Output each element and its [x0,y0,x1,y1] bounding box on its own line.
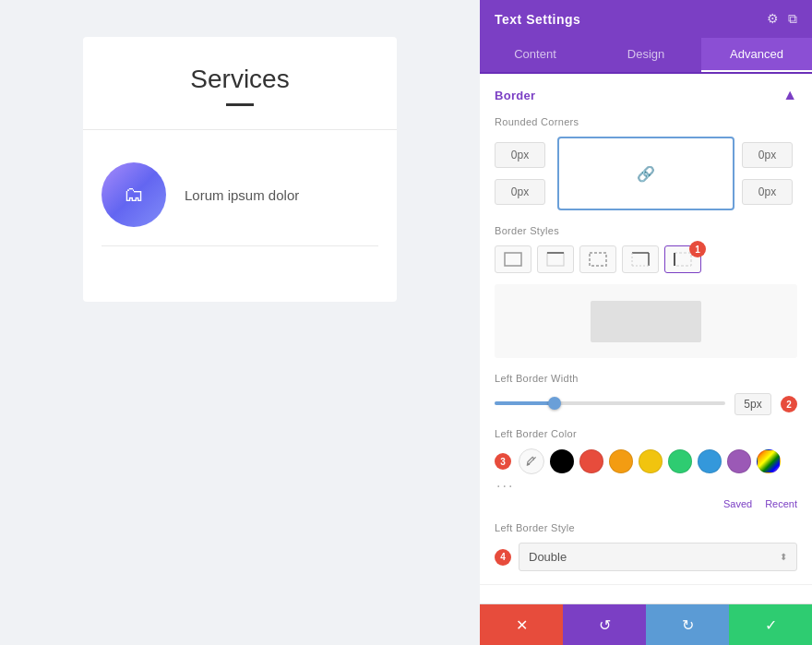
border-style-dashed-btn[interactable] [579,245,616,273]
swatch-rainbow[interactable] [757,449,781,473]
rounded-corners-grid: 🔗 [495,137,797,210]
settings-panel: Text Settings ⚙ ⧉ Content Design Advance… [480,0,812,645]
border-preview-inner [591,301,701,342]
select-row: 4 Double ⬍ [495,543,797,571]
rounded-corners-label: Rounded Corners [495,116,797,127]
panel-tabs: Content Design Advanced [480,38,812,74]
color-row: 3 [495,448,797,474]
swatch-black[interactable] [550,449,574,473]
services-divider [226,103,254,106]
slider-thumb[interactable] [548,397,561,410]
color-footer: Saved Recent [495,498,797,509]
swatch-orange[interactable] [609,449,633,473]
link-icon[interactable]: 🔗 [637,165,655,183]
services-title: Services [102,65,378,94]
swatch-red[interactable] [579,449,603,473]
left-border-style-badge: 4 [495,549,511,566]
section-header: Border ▲ [495,87,797,103]
eyedropper-btn[interactable] [519,448,544,474]
svg-rect-1 [547,253,564,266]
redo-button[interactable]: ↻ [646,604,729,645]
swatch-yellow[interactable] [639,449,663,473]
section-title: Border [495,89,535,102]
border-styles-row: 1 [495,245,797,273]
select-value: Double [529,550,567,564]
undo-button[interactable]: ↺ [563,604,646,645]
corner-top-left-input[interactable] [495,142,545,168]
panel-body: Border ▲ Rounded Corners 🔗 Border Styles [480,74,812,603]
left-border-color-section: Left Border Color 3 ··· [495,428,797,509]
service-item: 🗂 Lorum ipsum dolor [83,144,397,245]
corner-top-right-input[interactable] [742,142,793,168]
border-style-right-top-btn[interactable] [622,245,659,273]
preview-card: Services 🗂 Lorum ipsum dolor [83,37,397,302]
left-border-width-badge: 2 [781,396,797,412]
border-style-badge: 1 [689,241,706,257]
save-button[interactable]: ✓ [729,604,812,645]
border-style-left-btn[interactable]: 1 [664,245,701,273]
tab-advanced[interactable]: Advanced [701,38,812,72]
service-icon-wrap: 🗂 [102,162,166,227]
color-more-dots[interactable]: ··· [495,478,797,495]
service-icon: 🗂 [124,183,144,207]
panel-footer: ✕ ↺ ↻ ✓ [480,603,812,645]
expand-icon[interactable]: ⧉ [788,11,797,27]
corner-bot-right-input[interactable] [742,179,793,205]
tab-design[interactable]: Design [591,38,701,72]
swatch-purple[interactable] [727,449,751,473]
left-border-color-badge: 3 [495,453,511,470]
border-styles-label: Border Styles [495,225,797,236]
left-border-color-label: Left Border Color [495,428,797,439]
border-style-none-btn[interactable] [495,245,531,273]
corner-preview: 🔗 [557,137,734,210]
services-header: Services [83,37,397,115]
panel-header: Text Settings ⚙ ⧉ [480,0,812,38]
left-border-width-label: Left Border Width [495,373,797,384]
svg-point-10 [529,463,530,464]
panel-header-icons: ⚙ ⧉ [767,11,797,27]
border-section: Border ▲ Rounded Corners 🔗 Border Styles [480,74,812,585]
left-border-style-label: Left Border Style [495,522,797,533]
panel-title: Text Settings [495,12,580,27]
slider-fill [495,401,553,405]
separator-top [83,129,397,130]
service-text: Lorum ipsum dolor [185,187,299,203]
border-preview-box [495,284,797,358]
slider-track [495,401,725,405]
slider-value[interactable]: 5px [734,393,771,415]
select-arrow-icon: ⬍ [780,552,787,562]
svg-rect-8 [675,253,691,266]
border-style-top-btn[interactable] [537,245,574,273]
tab-content[interactable]: Content [480,38,591,72]
left-border-width-section: Left Border Width 5px 2 [495,373,797,415]
settings-icon[interactable]: ⚙ [767,11,779,27]
recent-link[interactable]: Recent [765,498,797,509]
corner-bot-left-input[interactable] [495,179,545,205]
saved-link[interactable]: Saved [723,498,752,509]
swatch-green[interactable] [668,449,692,473]
section-collapse-icon[interactable]: ▲ [782,87,797,103]
slider-track-wrap[interactable] [495,401,725,407]
left-border-style-select[interactable]: Double ⬍ [519,543,797,571]
slider-row: 5px 2 [495,393,797,415]
preview-area: Services 🗂 Lorum ipsum dolor [0,0,480,645]
svg-rect-0 [505,253,521,266]
swatch-blue[interactable] [698,449,722,473]
cancel-button[interactable]: ✕ [480,604,563,645]
svg-rect-3 [590,253,606,266]
